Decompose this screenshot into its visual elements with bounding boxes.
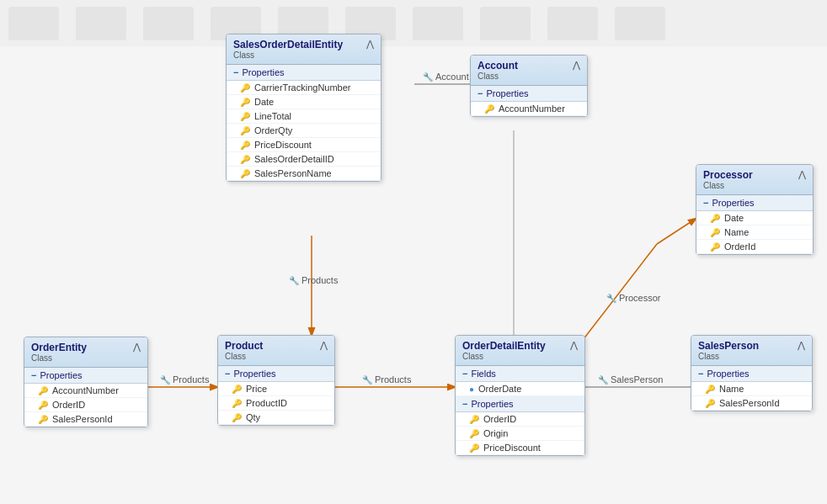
wrench-icon-salesperson: 🔧 [598,375,608,385]
entity-header-order: OrderEntity Class ⋀ [24,337,147,368]
property-salesorderdetailid: 🔑 SalesOrderDetailID [227,152,381,167]
section-header-properties-processor: − Properties [696,195,813,211]
entity-subtitle-order-detail: Class [462,352,546,361]
entity-header-sales-order-detail: SalesOrderDetailEntity Class ⋀ [227,34,381,65]
section-header-properties-product: − Properties [218,366,334,382]
entity-title-product: Product [225,340,263,352]
label-products-top: 🔧 Products [289,275,338,285]
svg-line-5 [657,219,696,244]
entity-header-product: Product Class ⋀ [218,336,334,366]
entity-header-processor: Processor Class ⋀ [696,165,813,195]
entity-order-detail: OrderDetailEntity Class ⋀ − Fields ● Ord… [455,335,585,456]
property-orderqty: 🔑 OrderQty [227,124,381,138]
property-orderid-processor: 🔑 OrderId [696,240,813,254]
label-products-middle: 🔧 Products [362,374,411,385]
field-orderdate: ● OrderDate [456,382,584,396]
wrench-icon-account: 🔧 [423,72,433,82]
property-salespersonname: 🔑 SalesPersonName [227,167,381,181]
diagram-container: 🔧 Products 🔧 Account 🔧 Products 🔧 Produc… [0,0,827,504]
expand-icon-order-detail[interactable]: ⋀ [570,340,578,351]
property-orderid-od: 🔑 OrderID [456,412,584,427]
expand-icon-order[interactable]: ⋀ [133,342,141,353]
label-account: 🔧 Account [423,72,469,82]
property-date-sod: 🔑 Date [227,95,381,109]
wrench-icon: 🔧 [289,276,299,285]
expand-icon-processor[interactable]: ⋀ [798,169,806,180]
entity-subtitle-processor: Class [703,181,753,190]
entity-order: OrderEntity Class ⋀ − Properties 🔑 Accou… [24,337,148,427]
property-productid: 🔑 ProductID [218,396,334,411]
wrench-icon-products-order: 🔧 [160,375,170,385]
property-origin: 🔑 Origin [456,427,584,441]
entity-title-order: OrderEntity [31,342,87,353]
entity-header-salesperson: SalesPerson Class ⋀ [691,336,812,366]
section-header-properties-order: − Properties [24,368,147,384]
property-orderid-order: 🔑 OrderID [24,398,147,412]
label-processor: 🔧 Processor [606,293,661,303]
property-price: 🔑 Price [218,382,334,396]
entity-title-order-detail: OrderDetailEntity [462,340,546,352]
property-pricediscount-sod: 🔑 PriceDiscount [227,138,381,152]
wrench-icon-processor: 🔧 [606,294,616,303]
property-linetotal: 🔑 LineTotal [227,109,381,124]
entity-header-account: Account Class ⋀ [471,56,587,86]
property-name-processor: 🔑 Name [696,225,813,240]
entity-subtitle-order: Class [31,353,87,363]
expand-icon-account[interactable]: ⋀ [573,60,580,71]
entity-account: Account Class ⋀ − Properties 🔑 AccountNu… [470,55,588,117]
entity-title-account: Account [478,60,518,72]
entity-subtitle-account: Class [478,72,518,81]
property-qty: 🔑 Qty [218,411,334,425]
entity-product: Product Class ⋀ − Properties 🔑 Price 🔑 P… [217,335,335,426]
section-header-properties-account: − Properties [471,86,587,102]
expand-icon-product[interactable]: ⋀ [320,340,328,351]
property-accountnumber-account: 🔑 AccountNumber [471,102,587,116]
section-header-fields-order-detail: − Fields [456,366,584,382]
wrench-icon-products-middle: 🔧 [362,375,372,385]
section-header-properties-salesperson: − Properties [691,366,812,382]
label-salesperson: 🔧 SalesPerson [598,374,663,385]
property-pricediscount-od: 🔑 PriceDiscount [456,441,584,455]
property-carriertrackingnumber: 🔑 CarrierTrackingNumber [227,81,381,95]
entity-sales-order-detail: SalesOrderDetailEntity Class ⋀ − Propert… [226,34,381,182]
background-toolbar [0,0,827,46]
entity-subtitle-salesperson: Class [698,352,759,361]
property-date-processor: 🔑 Date [696,211,813,225]
property-salespersonid-order: 🔑 SalesPersonId [24,412,147,427]
property-name-salesperson: 🔑 Name [691,382,812,396]
entity-subtitle-product: Class [225,352,263,361]
section-header-properties-order-detail: − Properties [456,396,584,412]
property-salespersonid-sp: 🔑 SalesPersonId [691,396,812,411]
entity-header-order-detail: OrderDetailEntity Class ⋀ [456,336,584,366]
entity-salesperson: SalesPerson Class ⋀ − Properties 🔑 Name … [691,335,813,411]
entity-title-salesperson: SalesPerson [698,340,759,352]
expand-icon-salesperson[interactable]: ⋀ [798,340,805,351]
section-header-properties-sod: − Properties [227,65,381,81]
entity-processor: Processor Class ⋀ − Properties 🔑 Date 🔑 … [696,164,814,255]
entity-title-processor: Processor [703,169,753,181]
expand-icon-sales-order-detail[interactable]: ⋀ [366,39,374,50]
property-accountnumber-order: 🔑 AccountNumber [24,384,147,398]
entity-subtitle-sales-order-detail: Class [233,50,343,60]
entity-title-sales-order-detail: SalesOrderDetailEntity [233,39,343,50]
label-products-order: 🔧 Products [160,374,209,385]
